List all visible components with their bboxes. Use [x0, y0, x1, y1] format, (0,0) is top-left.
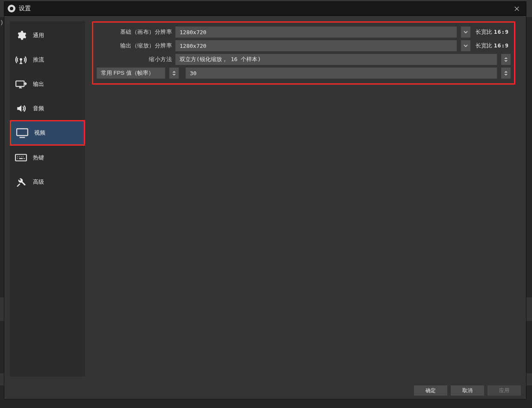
sidebar: 通用 推流 输出 音频	[10, 21, 85, 376]
gear-icon	[13, 29, 29, 41]
sidebar-item-audio[interactable]: 音频	[10, 96, 85, 120]
downscale-row: 缩小方法 双立方(锐化缩放， 16 个样本)	[97, 53, 511, 66]
fps-value-spinner[interactable]	[501, 68, 511, 79]
sidebar-item-general[interactable]: 通用	[10, 23, 85, 47]
base-resolution-value: 1280x720	[180, 29, 452, 35]
footer: 确定 取消 应用	[4, 382, 526, 399]
close-button[interactable]	[507, 2, 526, 16]
sidebar-item-label: 视频	[34, 129, 45, 137]
output-resolution-value: 1280x720	[180, 43, 452, 49]
chevron-down-icon	[463, 43, 468, 48]
fps-value-combo[interactable]: 30	[186, 68, 497, 79]
svg-rect-1	[16, 81, 24, 86]
chevron-down-icon	[172, 74, 176, 76]
output-resolution-label: 输出（缩放）分辨率	[97, 42, 172, 50]
base-resolution-dropdown-button[interactable]	[461, 26, 470, 38]
chevron-down-icon	[504, 60, 508, 62]
output-resolution-combo[interactable]: 1280x720	[175, 40, 457, 51]
ok-button[interactable]: 确定	[414, 385, 447, 396]
chevron-up-icon	[172, 71, 176, 73]
chevron-down-icon	[463, 29, 468, 35]
base-resolution-row: 基础（画布）分辨率 1280x720 长宽比 16:9	[97, 25, 511, 39]
downscale-value: 双立方(锐化缩放， 16 个样本)	[180, 56, 493, 63]
highlighted-settings-group: 基础（画布）分辨率 1280x720 长宽比 16:9 输出（缩放）分辨率 12…	[92, 21, 515, 85]
sidebar-item-label: 输出	[33, 80, 44, 88]
output-icon	[13, 78, 29, 90]
base-resolution-combo[interactable]: 1280x720	[175, 26, 457, 38]
downscale-label: 缩小方法	[97, 56, 172, 63]
sidebar-item-advanced[interactable]: 高级	[10, 170, 85, 194]
fps-row: 常用 FPS 值（帧率） 30	[97, 66, 511, 80]
background-text: )	[1, 19, 3, 25]
sidebar-item-stream[interactable]: 推流	[10, 47, 85, 72]
sidebar-item-label: 音频	[33, 105, 44, 112]
titlebar: 设置	[4, 2, 526, 16]
sidebar-item-label: 推流	[33, 56, 44, 64]
downscale-combo[interactable]: 双立方(锐化缩放， 16 个样本)	[175, 54, 497, 65]
fps-type-combo[interactable]: 常用 FPS 值（帧率）	[97, 68, 165, 79]
chevron-down-icon	[504, 74, 508, 76]
cancel-button[interactable]: 取消	[451, 385, 484, 396]
fps-value: 30	[190, 70, 493, 76]
fps-type-spinner[interactable]	[169, 68, 179, 79]
keyboard-icon	[13, 152, 29, 164]
sidebar-item-hotkeys[interactable]: 热键	[10, 145, 85, 170]
content: 基础（画布）分辨率 1280x720 长宽比 16:9 输出（缩放）分辨率 12…	[85, 16, 526, 382]
base-aspect: 长宽比 16:9	[474, 28, 511, 36]
settings-window: 设置 通用 推流 输出	[4, 1, 526, 399]
monitor-icon	[15, 127, 30, 139]
audio-icon	[13, 103, 29, 114]
apply-button: 应用	[488, 385, 521, 396]
output-resolution-dropdown-button[interactable]	[461, 40, 470, 51]
sidebar-item-video[interactable]: 视频	[10, 120, 85, 146]
sidebar-item-label: 通用	[33, 32, 44, 39]
output-aspect: 长宽比 16:9	[474, 42, 511, 50]
window-title: 设置	[19, 5, 31, 12]
fps-type-label: 常用 FPS 值（帧率）	[101, 69, 154, 77]
downscale-spinner[interactable]	[501, 54, 511, 65]
app-icon	[8, 5, 15, 12]
broadcast-icon	[13, 54, 29, 66]
sidebar-item-label: 高级	[33, 178, 44, 186]
close-icon	[514, 6, 519, 11]
tools-icon	[13, 176, 29, 188]
chevron-up-icon	[504, 57, 508, 59]
output-resolution-row: 输出（缩放）分辨率 1280x720 长宽比 16:9	[97, 39, 511, 53]
sidebar-item-output[interactable]: 输出	[10, 72, 85, 96]
svg-rect-3	[15, 154, 27, 161]
chevron-up-icon	[504, 71, 508, 73]
svg-rect-2	[17, 129, 28, 135]
base-resolution-label: 基础（画布）分辨率	[97, 28, 172, 36]
sidebar-item-label: 热键	[33, 154, 44, 161]
